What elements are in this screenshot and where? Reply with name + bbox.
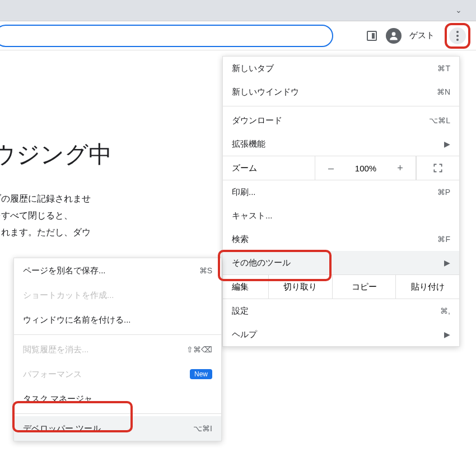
submenu-task-manager[interactable]: タスク マネージャ [14, 386, 221, 411]
menu-print[interactable]: 印刷... ⌘P [223, 180, 459, 204]
cut-button[interactable]: 切り取り [269, 275, 333, 299]
submenu-clear-history: 閲覧履歴を消去... ⇧⌘⌫ [14, 337, 221, 362]
omnibox-input[interactable] [0, 25, 333, 47]
edit-label: 編集 [223, 275, 269, 299]
submenu-create-shortcut: ショートカットを作成... [14, 283, 221, 307]
chevron-down-icon[interactable]: ⌄ [455, 6, 462, 15]
menu-settings[interactable]: 設定 ⌘, [223, 299, 459, 323]
page-paragraph: ブの履歴に記録されませ をすべて閉じると、 されます。ただし、ダウ [0, 190, 91, 241]
menu-downloads[interactable]: ダウンロード ⌥⌘L [223, 109, 459, 132]
zoom-in-button[interactable]: + [385, 156, 416, 180]
kebab-highlight [445, 23, 470, 49]
menu-extensions[interactable]: 拡張機能 ▶ [223, 132, 459, 156]
more-tools-submenu: ページを別名で保存... ⌘S ショートカットを作成... ウィンドウに名前を付… [13, 258, 222, 441]
menu-cast[interactable]: キャスト... [223, 204, 459, 227]
profile-label: ゲスト [409, 30, 435, 41]
chevron-right-icon: ▶ [444, 139, 450, 148]
submenu-save-as[interactable]: ページを別名で保存... ⌘S [14, 258, 221, 283]
menu-more-tools[interactable]: その他のツール ▶ [223, 251, 459, 274]
page-heading: ウジング中 [0, 139, 112, 170]
toolbar: ゲスト [0, 21, 476, 50]
menu-edit: 編集 切り取り コピー 貼り付け [223, 274, 459, 299]
main-menu: 新しいタブ ⌘T 新しいウインドウ ⌘N ダウンロード ⌥⌘L 拡張機能 ▶ ズ… [222, 56, 460, 347]
avatar-icon[interactable] [386, 28, 402, 44]
submenu-dev-tools[interactable]: デベロッパー ツール ⌥⌘I [14, 416, 221, 441]
copy-button[interactable]: コピー [333, 275, 396, 299]
side-panel-icon[interactable] [366, 30, 378, 42]
submenu-name-window[interactable]: ウィンドウに名前を付ける... [14, 307, 221, 332]
kebab-menu-icon[interactable] [449, 27, 466, 44]
zoom-value: 100% [347, 156, 385, 180]
zoom-out-button[interactable]: – [315, 156, 347, 180]
paste-button[interactable]: 貼り付け [396, 275, 459, 299]
new-badge: New [190, 369, 212, 379]
fullscreen-icon[interactable] [416, 156, 459, 180]
menu-new-window[interactable]: 新しいウインドウ ⌘N [223, 80, 459, 104]
chevron-right-icon: ▶ [444, 258, 450, 267]
svg-point-0 [392, 32, 396, 36]
zoom-label: ズーム [223, 156, 315, 180]
menu-find[interactable]: 検索 ⌘F [223, 227, 459, 251]
menu-new-tab[interactable]: 新しいタブ ⌘T [223, 57, 459, 80]
chevron-right-icon: ▶ [444, 330, 450, 339]
menu-zoom: ズーム – 100% + [223, 156, 459, 180]
tab-strip: ⌄ [0, 0, 476, 21]
menu-help[interactable]: ヘルプ ▶ [223, 323, 459, 346]
submenu-performance: パフォーマンス New [14, 362, 221, 386]
